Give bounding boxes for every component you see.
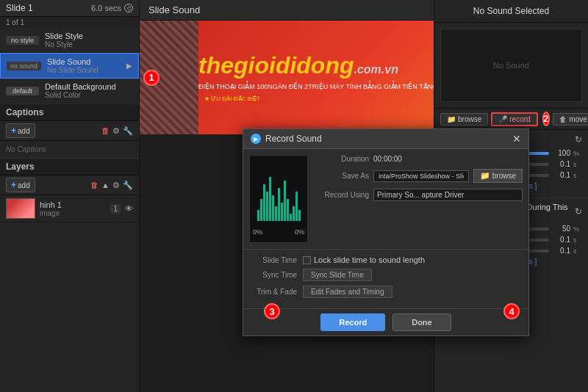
no-sound-label: No Sound	[493, 61, 529, 70]
browse-button[interactable]: 📁 browse	[440, 113, 488, 126]
sync-time-label: Sync Time	[249, 271, 297, 279]
dialog-title-bar: ▶ Record Sound ✕	[243, 129, 528, 149]
add-caption-button[interactable]: + add	[6, 123, 35, 138]
record-action-button[interactable]: Record	[320, 313, 385, 331]
save-browse-button[interactable]: 📁 browse	[473, 169, 523, 183]
layer-wrench-icon[interactable]: 🔧	[123, 181, 133, 190]
trim-fade-label: Trim & Fade	[249, 288, 297, 296]
trim-fade-row: Trim & Fade Edit Fades and Timing	[249, 286, 523, 298]
record-dialog: ▶ Record Sound ✕	[243, 128, 529, 336]
bg-badge: default	[6, 87, 39, 95]
record-using-select[interactable]: Primary So... apture Driver	[373, 189, 523, 201]
slide-counter: 1 of 1	[0, 17, 139, 28]
waveform-area: 0% 0%	[249, 155, 308, 243]
style-badge: no style	[6, 36, 39, 45]
percent-right: 0%	[295, 228, 304, 236]
no-sound-title: No Sound Selected	[442, 6, 581, 16]
main-content: Slide Sound thegioididong.com.vn ĐIỆN TH…	[140, 0, 588, 392]
add-layer-button[interactable]: + add	[6, 178, 35, 192]
waveform-bar-6	[272, 195, 274, 221]
lock-checkbox-row: Lock slide time to sound length	[303, 255, 425, 264]
right-panel-header: No Sound Selected	[434, 0, 588, 23]
layer-name-info: hinh 1 image	[40, 200, 106, 217]
layers-header: Layers	[0, 158, 139, 175]
folder-icon: 📁	[447, 115, 456, 123]
layer-gear-icon[interactable]: ⚙	[112, 181, 120, 190]
clock-icon: ⏱	[124, 4, 133, 12]
plus-icon-layer: +	[11, 180, 16, 190]
fade-out-unit: s	[573, 172, 582, 179]
waveform-bar-8	[278, 188, 280, 221]
override-volume-value: 50	[552, 225, 570, 233]
waveform-bar-4	[266, 192, 268, 221]
override-refresh-icon[interactable]: ↻	[575, 206, 582, 217]
waveform-bar-12	[290, 214, 292, 221]
lock-checkbox[interactable]	[303, 256, 311, 264]
sound-toolbar: 📁 browse 🎤 record 2 🗑 move editor	[434, 108, 588, 130]
fades-button[interactable]: Edit Fades and Timing	[303, 286, 392, 298]
settings-icon[interactable]: ⚙	[112, 126, 120, 136]
layer-up-icon[interactable]: ▲	[101, 181, 110, 189]
style-info: Slide Style No Style	[45, 32, 133, 48]
left-sidebar: Slide 1 6.0 secs ⏱ 1 of 1 no style Slide…	[0, 0, 140, 392]
plus-icon: +	[11, 126, 16, 136]
layer-number: 1	[110, 204, 121, 214]
captions-toolbar: + add 🗑 ⚙ 🔧	[0, 121, 139, 141]
mic-icon: 🎤	[498, 115, 507, 123]
waveform-bar-10	[284, 181, 286, 221]
sidebar-item-background[interactable]: default Default Background Solid Color	[0, 79, 139, 104]
refresh-icon[interactable]: ↻	[575, 134, 582, 145]
save-as-label: Save As	[314, 172, 369, 180]
step-2-indicator: 2	[542, 112, 551, 126]
banner-promo: ★ ƯU ĐÃI ĐẶC BIỆT	[198, 94, 266, 104]
save-as-row: Save As 📁 browse	[314, 169, 523, 183]
layers-toolbar: + add 🗑 ▲ ⚙ 🔧	[0, 175, 139, 195]
content-title: Slide Sound	[148, 4, 200, 15]
done-button[interactable]: Done	[392, 313, 451, 331]
sound-info: Slide Sound No Slide Sound	[47, 57, 121, 74]
waveform-bar-14	[295, 192, 298, 221]
sound-arrow: ▶	[126, 62, 132, 70]
captions-header: Captions	[0, 104, 139, 121]
slide-time-row: Slide Time Lock slide time to sound leng…	[249, 255, 523, 264]
move-button[interactable]: 🗑 move	[553, 113, 588, 126]
override-fadein-value: 0.1	[552, 236, 570, 244]
step-3-indicator: 3	[264, 303, 280, 319]
fade-in-unit: s	[573, 161, 582, 168]
save-as-input[interactable]	[373, 170, 469, 182]
step-1-indicator: 1	[143, 70, 159, 86]
duration-row: Duration 00:00:00	[314, 155, 523, 163]
slide-time-label: Slide Time	[249, 256, 297, 264]
folder-icon-save: 📁	[480, 171, 490, 181]
trash-icon[interactable]: 🗑	[101, 126, 110, 135]
waveform-bar-7	[275, 206, 277, 221]
move-icon: 🗑	[559, 115, 567, 123]
layer-item[interactable]: hinh 1 image 1 👁	[0, 195, 139, 222]
dialog-bottom: Slide Time Lock slide time to sound leng…	[243, 249, 528, 308]
sync-time-button[interactable]: Sync Slide Time	[303, 269, 372, 281]
no-captions-label: No Captions	[0, 141, 139, 158]
layer-thumbnail	[6, 198, 35, 219]
layer-trash-icon[interactable]: 🗑	[90, 181, 98, 189]
dialog-title: ▶ Record Sound	[251, 134, 322, 144]
waveform-bar-13	[293, 206, 295, 221]
waveform-bar-11	[287, 199, 289, 221]
slide-title: Slide 1	[6, 3, 33, 13]
waveform-bars	[257, 162, 301, 221]
dialog-body: 0% 0% Duration 00:00:00 Save As 📁 browse	[243, 149, 528, 249]
step-4-indicator: 4	[503, 303, 520, 319]
record-button[interactable]: 🎤 record	[491, 112, 537, 126]
sidebar-item-style[interactable]: no style Slide Style No Style	[0, 28, 139, 53]
lock-label: Lock slide time to sound length	[314, 255, 425, 264]
volume-unit: %	[573, 150, 582, 157]
duration-label: Duration	[314, 155, 369, 163]
eye-icon[interactable]: 👁	[125, 204, 133, 213]
sidebar-item-sound[interactable]: no sound Slide Sound No Slide Sound ▶	[0, 53, 139, 79]
volume-value: 100	[552, 149, 570, 157]
percent-row: 0% 0%	[253, 228, 304, 236]
override-fadeout-value: 0.1	[552, 247, 570, 255]
dialog-form: Duration 00:00:00 Save As 📁 browse Recor…	[314, 155, 523, 243]
wrench-icon[interactable]: 🔧	[123, 126, 133, 136]
bg-info: Default Background Solid Color	[45, 82, 133, 99]
dialog-close-button[interactable]: ✕	[512, 133, 521, 145]
